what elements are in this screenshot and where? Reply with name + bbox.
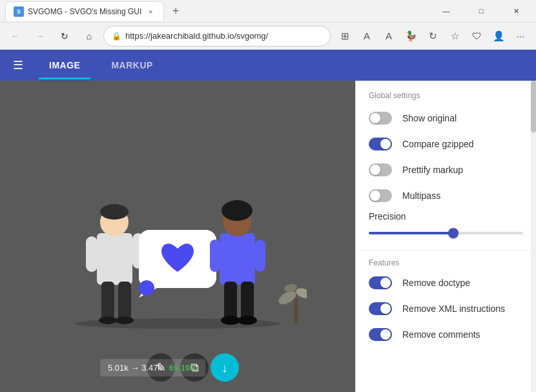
label-compare-gzipped: Compare gzipped [402,139,523,149]
download-icon: ↓ [222,360,228,375]
active-tab[interactable]: S SVGOMG - SVGO's Missing GUI × [5,1,164,21]
setting-row-compare-gzipped: Compare gzipped [356,131,536,157]
svg-point-21 [221,316,240,325]
svg-rect-7 [101,282,114,320]
main-content: ✎ ⧉ 5.01k → 3.47k 69.19% ↓ Global settin… [0,81,536,392]
toolbar-refresh-icon[interactable]: ↻ [422,26,443,46]
refresh-button[interactable]: ↻ [54,26,75,46]
toolbar-readmode-icon[interactable]: A [356,26,377,46]
app-nav: ☰ IMAGE MARKUP [0,50,536,81]
preview-svg [48,133,307,340]
toggle-multipass[interactable] [369,189,392,202]
address-bar: ← → ↻ ⌂ 🔒 https://jakearchibald.github.i… [0,23,536,50]
tab-image[interactable]: IMAGE [39,51,90,79]
slider-track [369,232,523,234]
scrollbar-track [531,81,536,392]
svg-rect-5 [86,236,98,272]
svg-rect-23 [294,298,298,324]
toolbar-shield-icon[interactable]: 🛡 [466,26,487,46]
tab-favicon: S [14,6,24,17]
svg-point-10 [116,316,134,324]
toolbar-more-icon[interactable]: ··· [510,26,531,46]
toggle-compare-gzipped[interactable] [369,138,392,150]
svg-point-9 [99,316,117,324]
close-button[interactable]: ✕ [501,0,531,23]
minimize-button[interactable]: — [431,0,461,23]
divider [356,250,536,251]
label-show-original: Show original [402,113,523,123]
window-controls: — □ ✕ [431,0,531,23]
slider-thumb[interactable] [448,228,459,238]
svg-rect-17 [210,240,220,272]
svg-point-22 [238,316,257,325]
scrollbar-thumb[interactable] [531,81,536,132]
toolbar-duck-icon[interactable]: 🦆 [400,26,421,46]
toggle-remove-comments[interactable] [369,328,392,341]
toggle-remove-xml[interactable] [369,302,392,315]
toggle-show-original[interactable] [369,112,392,125]
new-tab-button[interactable]: + [167,2,185,20]
toolbar-split-icon[interactable]: ⊞ [335,26,355,46]
svg-rect-19 [224,282,237,320]
setting-row-remove-comments: Remove comments [356,322,536,347]
svg-rect-18 [255,240,265,272]
label-remove-xml: Remove XML instructions [402,304,523,314]
download-button[interactable]: ↓ [211,353,239,382]
setting-row-remove-doctype: Remove doctype [356,270,536,296]
original-size: 5.01k [108,363,129,373]
setting-row-multipass: Multipass [356,183,536,209]
svg-rect-20 [241,282,254,320]
toolbar-icons: ⊞ A A 🦆 ↻ ☆ 🛡 👤 ··· [335,26,531,46]
hamburger-button[interactable]: ☰ [8,53,28,77]
svg-rect-14 [220,233,255,285]
tab-markup[interactable]: MARKUP [101,51,163,79]
back-button[interactable]: ← [5,26,26,46]
tab-title: SVGOMG - SVGO's Missing GUI [28,7,141,16]
browser-titlebar: S SVGOMG - SVGO's Missing GUI × + — □ ✕ [0,0,536,23]
saving-percent: 69.19% [169,363,198,373]
size-info: 5.01k → 3.47k 69.19% [100,359,205,377]
forward-button[interactable]: → [30,26,50,46]
precision-slider[interactable] [369,227,523,240]
tab-close-button[interactable]: × [145,6,156,17]
svg-point-13 [139,280,154,296]
label-prettify: Prettify markup [402,165,523,175]
toolbar-immersive-icon[interactable]: A [378,26,399,46]
optimized-size: 3.47k [141,363,162,373]
arrow: → [130,363,139,373]
svg-point-16 [222,200,253,221]
svg-rect-8 [118,282,131,320]
svg-point-4 [100,204,129,220]
lock-icon: 🔒 [112,32,121,41]
svg-rect-2 [97,233,132,285]
label-remove-comments: Remove comments [402,329,523,340]
toggle-remove-doctype[interactable] [369,276,392,289]
toolbar-favorites-icon[interactable]: ☆ [444,26,465,46]
slider-fill [369,232,453,234]
url-text: https://jakearchibald.github.io/svgomg/ [125,31,322,41]
toolbar-profile-icon[interactable]: 👤 [488,26,509,46]
url-box[interactable]: 🔒 https://jakearchibald.github.io/svgomg… [103,26,331,46]
maximize-button[interactable]: □ [466,0,496,23]
tab-bar: S SVGOMG - SVGO's Missing GUI × + [5,1,185,21]
precision-section: Precision [356,209,536,247]
preview-area: ✎ ⧉ 5.01k → 3.47k 69.19% ↓ [0,81,355,392]
features-title: Features [356,253,536,270]
label-multipass: Multipass [402,191,523,201]
setting-row-show-original: Show original [356,105,536,131]
setting-row-prettify: Prettify markup [356,157,536,183]
home-button[interactable]: ⌂ [79,26,99,46]
setting-row-remove-xml: Remove XML instructions [356,296,536,322]
settings-panel: Global settings Show original Compare gz… [355,81,536,392]
toggle-prettify[interactable] [369,163,392,176]
svg-illustration [0,81,355,392]
global-settings-title: Global settings [356,81,536,105]
precision-label: Precision [369,211,523,222]
label-remove-doctype: Remove doctype [402,278,523,288]
